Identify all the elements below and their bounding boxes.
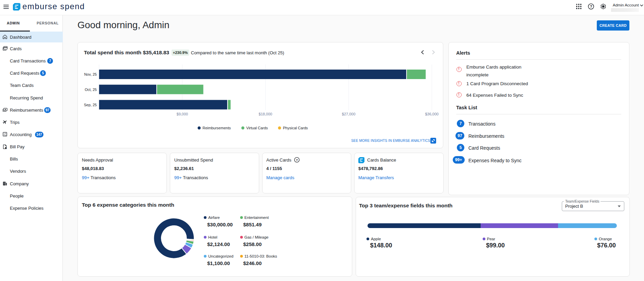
svg-text:$36,000: $36,000	[425, 112, 439, 116]
svg-text:?: ?	[296, 158, 298, 162]
svg-text:?: ?	[590, 4, 592, 8]
svg-text:$: $	[5, 147, 6, 149]
svg-text:Reimbursements: Reimbursements	[202, 126, 231, 130]
svg-text:Nov, 25: Nov, 25	[84, 72, 97, 76]
svg-text:$9,000: $9,000	[177, 112, 188, 116]
svg-text:Physical Cards: Physical Cards	[283, 126, 308, 130]
svg-text:Sep, 25: Sep, 25	[84, 103, 97, 107]
svg-text:Virtual Cards: Virtual Cards	[246, 126, 268, 130]
svg-text:$27,000: $27,000	[342, 112, 356, 116]
svg-text:$18,000: $18,000	[259, 112, 272, 116]
svg-text:Oct, 25: Oct, 25	[85, 88, 96, 92]
